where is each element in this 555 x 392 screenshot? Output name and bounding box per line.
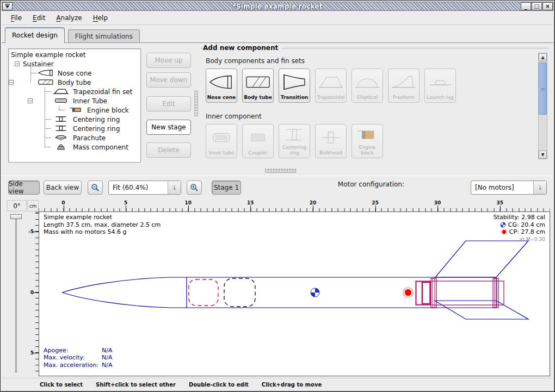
coupler-icon [243,125,273,150]
bodytube-icon [243,69,273,95]
tree-label: Parachute [73,134,106,142]
tab-flight-simulations[interactable]: Flight simulations [68,29,140,43]
component-panel-scrollbar[interactable]: ▲ ▼ [538,53,547,159]
menu-edit[interactable]: Edit [28,13,50,23]
tree-row-sustainer[interactable]: −Sustainer [9,59,140,69]
parachute-icon [52,134,70,143]
tree-row-centering-ring[interactable]: Centering ring [9,124,140,133]
h-ruler-label: 25 [372,200,379,206]
bodytube-icon [37,78,54,88]
tree-row-engine-block[interactable]: Engine block [9,105,140,115]
expander-icon[interactable]: − [9,80,14,85]
tree-label: Sustainer [23,60,54,68]
component-button-nose-cone[interactable]: Nose cone [206,69,237,103]
h-ruler-label: 35 [496,200,503,206]
magnifier-plus-icon [190,183,199,192]
h-ruler-label: 15 [247,200,254,206]
motor-configuration-select[interactable]: [No motors] ⤵︎ [471,181,547,195]
stage-1-toggle[interactable]: Stage 1 [212,181,241,195]
view-toolbar: Side view Back view Fit (60.4%) ⤵︎ Stage… [2,176,553,197]
tree-row-nose-cone[interactable]: Nose cone [9,69,140,78]
tree-label: Engine block [87,107,129,114]
scroll-down-button[interactable]: ▼ [539,151,547,159]
nosecone-icon [206,69,237,95]
close-button[interactable]: × [542,2,553,10]
status-hint: Shift+click to select other [96,382,176,388]
expander-icon[interactable]: − [28,98,33,103]
fin-icon [316,69,346,95]
tree-row-parachute[interactable]: Parachute [9,133,140,142]
tree-label: Centering ring [73,125,120,133]
side-view-button[interactable]: Side view [8,181,40,195]
elliptical-icon [352,69,383,95]
status-bar: Click to selectShift+click to select oth… [2,378,553,390]
rocket-info-text: Simple example rocket Length 37.5 cm, ma… [44,214,161,236]
vertical-splitter-grip[interactable] [194,90,198,116]
vertical-ruler: -505 [27,211,39,376]
h-ruler-label: 30 [434,200,441,206]
horizontal-splitter-grip[interactable] [265,169,297,173]
h-ruler-label: 20 [310,200,317,206]
transition-icon [279,69,310,95]
component-button-transition[interactable]: Transition [279,69,310,103]
maximize-button[interactable]: □ [532,2,542,10]
component-button-trapezoidal: Trapezoidal [315,69,347,103]
component-button-bulkhead: Bulkhead [315,124,347,158]
cp-icon [501,229,507,235]
scrollbar-thumb[interactable] [539,63,547,115]
expander-icon[interactable]: − [15,61,20,66]
tab-strip: Rocket designFlight simulations [2,26,553,43]
tree-row-body-tube[interactable]: −Body tube [9,78,140,87]
back-view-button[interactable]: Back view [44,181,82,195]
menu-analyze[interactable]: Analyze [51,13,87,23]
perf-max-velocity: Max. velocity:N/A [44,354,112,362]
rotation-slider-track[interactable] [15,217,17,372]
component-button-centering-ring: Centering ring [279,124,310,158]
move-down-button: Move down [146,72,191,88]
tree-label: Body tube [58,79,91,86]
component-button-launch-lug: Launch lug [424,69,456,103]
fin-icon [52,88,70,97]
window-menu-icon [4,4,10,9]
menu-help[interactable]: Help [88,13,113,23]
tree-row-centering-ring[interactable]: Centering ring [9,115,140,124]
tab-rocket-design[interactable]: Rocket design [5,27,65,43]
rocket-figure-area: 0° cm 05101520253035 -505 Simple example… [2,197,553,378]
zoom-out-button[interactable] [88,181,103,195]
cp-line: CP: 27.8 cm [494,228,545,236]
zoom-in-button[interactable] [187,181,202,195]
ruler-unit-label: cm [27,200,39,211]
innertube-icon [52,97,70,106]
tree-row-inner-tube[interactable]: −Inner Tube [9,96,140,105]
component-button-body-tube[interactable]: Body tube [242,69,274,103]
tree-label: Nose cone [58,70,92,77]
edit-button: Edit [146,96,191,111]
status-hint: Click to select [40,382,83,388]
rotation-slider-thumb[interactable] [10,214,22,219]
scroll-up-button[interactable]: ▲ [539,53,547,61]
h-ruler-label: 10 [184,200,192,206]
component-tree[interactable]: Simple example rocket−SustainerNose cone… [8,48,141,163]
centeringring-icon [52,125,70,134]
innertube-icon [206,125,237,150]
rocket-canvas[interactable]: Simple example rocket Length 37.5 cm, ma… [39,211,550,376]
cg-line: CG: 20.4 cm [494,221,545,229]
section-label-inner-component: Inner component [206,113,262,120]
minimize-button[interactable]: _ [521,2,531,10]
new-stage-button[interactable]: New stage [146,120,191,135]
component-button-engine-block: Engine block [351,124,383,158]
mach-note: at M=0.30 [494,236,545,244]
menu-file[interactable]: File [6,13,27,23]
tree-row-simple-example-rocket[interactable]: Simple example rocket [9,50,140,59]
title-bar[interactable]: *Simple example rocket _ □ × [2,2,553,11]
delete-button: Delete [146,142,191,158]
window-menu-button[interactable] [2,2,13,10]
stability-readout: Stability: 2.98 cal CG: 20.4 cm CP: 27.8… [494,214,545,243]
move-up-button: Move up [146,53,191,68]
tree-row-trapezoidal-fin-set[interactable]: Trapezoidal fin set [9,87,140,96]
zoom-select[interactable]: Fit (60.4%) ⤵︎ [108,181,181,195]
tree-row-mass-component[interactable]: Mass component [9,142,140,152]
tree-label: Mass component [73,144,128,151]
section-label-body-components-and-fin-sets: Body components and fin sets [206,57,305,65]
bulkhead-icon [316,125,346,150]
